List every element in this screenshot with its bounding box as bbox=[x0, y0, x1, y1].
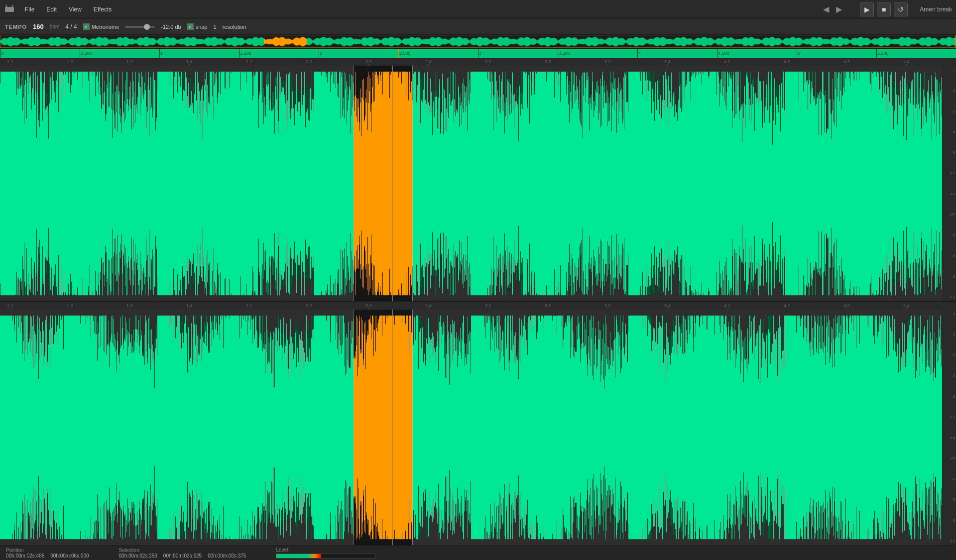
track2-db-scale: 3 0 -3 -6 -9 -12 -18 -24 -3 -6 -9 -12 bbox=[942, 310, 956, 545]
track1-waveform[interactable]: 3 0 -3 -6 -9 -12 -18 -24 -3 -6 -9 -12 bbox=[0, 66, 956, 301]
position-section: Position 00h:00m:02s:486 00h:00m:06s:000 bbox=[6, 548, 89, 559]
selection-section: Selection 00h:00m:02s:250 00h:00m:02s:62… bbox=[119, 548, 246, 559]
menu-item-effects[interactable]: Effects bbox=[89, 4, 117, 15]
resolution-label: resolution bbox=[223, 24, 246, 30]
track2-ruler bbox=[0, 302, 956, 310]
status-bar: Position 00h:00m:02s:486 00h:00m:06s:000… bbox=[0, 545, 956, 560]
level-meter bbox=[276, 554, 375, 559]
stop-button[interactable]: ■ bbox=[877, 2, 891, 16]
level-label: Level bbox=[276, 547, 375, 553]
svg-line-2 bbox=[12, 5, 13, 7]
play-button[interactable]: ▶ bbox=[860, 2, 874, 16]
menu-item-file[interactable]: File bbox=[20, 4, 39, 15]
time-sig[interactable]: 4 / 4 bbox=[65, 23, 77, 30]
track1: 3 0 -3 -6 -9 -12 -18 -24 -3 -6 -9 -12 bbox=[0, 58, 956, 302]
undo-button[interactable]: ◀ bbox=[821, 2, 831, 16]
track1-ruler bbox=[0, 58, 956, 66]
app-logo-icon bbox=[4, 4, 15, 15]
level-section: Level bbox=[276, 547, 375, 559]
menu-item-view[interactable]: View bbox=[64, 4, 87, 15]
resolution-value: 1 bbox=[214, 24, 217, 30]
metronome-checkbox[interactable]: ✓ Metronome bbox=[83, 23, 120, 30]
track1-db-scale: 3 0 -3 -6 -9 -12 -18 -24 -3 -6 -9 -12 bbox=[942, 66, 956, 301]
tempo-value[interactable]: 160 bbox=[33, 23, 44, 30]
timeline-ruler[interactable] bbox=[0, 49, 956, 58]
track2-waveform[interactable]: 3 0 -3 -6 -9 -12 -18 -24 -3 -6 -9 -12 bbox=[0, 310, 956, 545]
volume-slider[interactable] bbox=[125, 26, 155, 28]
selection-label: Selection bbox=[119, 548, 246, 553]
overview-waveform[interactable] bbox=[0, 35, 956, 49]
position-values: 00h:00m:02s:486 00h:00m:06s:000 bbox=[6, 553, 89, 559]
menu-bar: File Edit View Effects ◀ ▶ ▶ ■ ↺ Amen br… bbox=[0, 0, 956, 19]
toolbar: TEMPO 160 bpm 4 / 4 ✓ Metronome -12.0 db… bbox=[0, 19, 956, 35]
svg-rect-0 bbox=[5, 7, 14, 12]
track2: 3 0 -3 -6 -9 -12 -18 -24 -3 -6 -9 -12 bbox=[0, 302, 956, 545]
svg-line-1 bbox=[6, 5, 7, 7]
tempo-label: TEMPO bbox=[5, 24, 27, 30]
snap-checkbox[interactable]: ✓ snap bbox=[187, 23, 208, 30]
loop-button[interactable]: ↺ bbox=[894, 2, 908, 16]
window-title: Amen break bbox=[920, 6, 952, 13]
tracks-area: 3 0 -3 -6 -9 -12 -18 -24 -3 -6 -9 -12 bbox=[0, 58, 956, 545]
position-label: Position bbox=[6, 548, 89, 553]
transport-controls: ◀ ▶ ▶ ■ ↺ bbox=[821, 2, 908, 16]
selection-values: 00h:00m:02s:250 00h:00m:02s:625 00h:00m:… bbox=[119, 553, 246, 559]
menu-item-edit[interactable]: Edit bbox=[41, 4, 62, 15]
redo-button[interactable]: ▶ bbox=[834, 2, 844, 16]
db-display: -12.0 db bbox=[161, 24, 181, 30]
tempo-unit: bpm bbox=[50, 24, 59, 29]
